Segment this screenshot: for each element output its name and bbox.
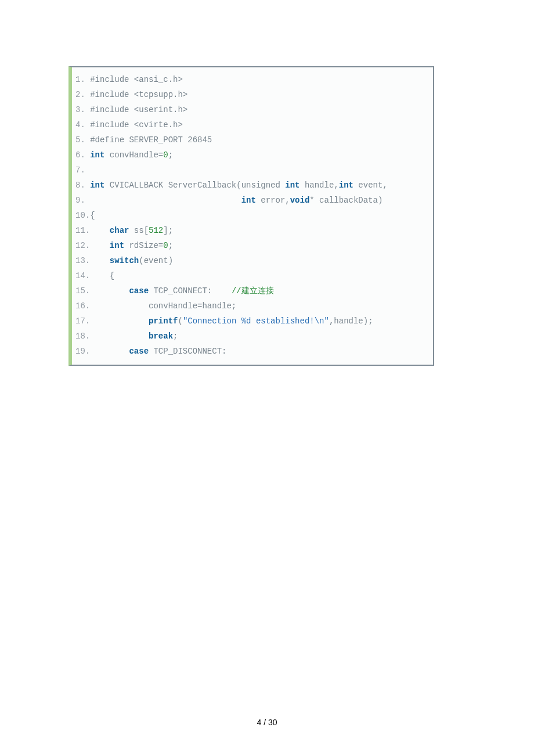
code-token: case bbox=[129, 286, 149, 296]
line-number: 14. bbox=[75, 271, 90, 280]
code-line: 4. #include <cvirte.h> bbox=[75, 117, 430, 132]
line-number: 9. bbox=[75, 196, 85, 205]
code-token: int bbox=[339, 181, 353, 190]
code-line: 8. int CVICALLBACK ServerCallback(unsign… bbox=[75, 178, 430, 193]
code-token: convHandle=handle; bbox=[90, 301, 236, 311]
code-token: void bbox=[290, 196, 310, 205]
code-token: { bbox=[90, 271, 114, 280]
line-number: 15. bbox=[75, 286, 90, 296]
code-token: #include <cvirte.h> bbox=[90, 120, 183, 129]
code-token: { bbox=[90, 211, 95, 220]
page-number: 4 / 30 bbox=[257, 718, 277, 727]
line-number: 7. bbox=[75, 165, 85, 175]
code-token: #include <tcpsupp.h> bbox=[90, 90, 187, 99]
page-footer: 4 / 30 bbox=[0, 718, 534, 727]
code-token: ss[ bbox=[129, 226, 149, 235]
code-line: 13. switch(event) bbox=[75, 253, 430, 268]
code-token: TCP_DISCONNECT: bbox=[149, 347, 226, 356]
code-token bbox=[90, 332, 149, 341]
line-number: 12. bbox=[75, 241, 90, 250]
code-token bbox=[90, 347, 129, 356]
line-number: 10. bbox=[75, 211, 90, 220]
code-token: (event) bbox=[139, 256, 173, 265]
code-token: "Connection %d established!\n" bbox=[183, 316, 329, 326]
code-token: int bbox=[90, 150, 104, 160]
code-token: CVICALLBACK ServerCallback(unsigned bbox=[104, 181, 285, 190]
line-number: 6. bbox=[75, 150, 85, 160]
code-token: ( bbox=[178, 316, 182, 326]
code-line: 19. case TCP_DISCONNECT: bbox=[75, 344, 430, 359]
code-token: int bbox=[110, 241, 124, 250]
code-line: 3. #include <userint.h> bbox=[75, 102, 430, 117]
code-token: * callbackData) bbox=[309, 196, 383, 205]
code-token: ; bbox=[168, 241, 173, 250]
code-token bbox=[85, 105, 90, 114]
line-number: 1. bbox=[75, 75, 85, 84]
code-token bbox=[85, 75, 90, 84]
code-token bbox=[90, 316, 149, 326]
code-token bbox=[85, 196, 241, 205]
code-token bbox=[85, 120, 90, 129]
line-number: 13. bbox=[75, 256, 90, 265]
page: 1. #include <ansi_c.h>2. #include <tcpsu… bbox=[0, 0, 534, 756]
code-line: 12. int rdSize=0; bbox=[75, 238, 430, 253]
code-token: rdSize= bbox=[124, 241, 163, 250]
code-token: //建立连接 bbox=[232, 286, 274, 296]
code-line: 16. convHandle=handle; bbox=[75, 298, 430, 314]
code-token: handle, bbox=[300, 181, 339, 190]
line-number: 18. bbox=[75, 332, 90, 341]
code-token: 0 bbox=[163, 150, 168, 160]
code-token: 512 bbox=[149, 226, 163, 235]
line-number: 11. bbox=[75, 226, 90, 235]
code-token: #include <userint.h> bbox=[90, 105, 187, 114]
code-token bbox=[90, 286, 129, 296]
code-token: error, bbox=[256, 196, 290, 205]
code-token bbox=[90, 226, 110, 235]
code-token: ; bbox=[173, 332, 178, 341]
code-token: int bbox=[241, 196, 256, 205]
code-token bbox=[85, 150, 90, 160]
code-token: ]; bbox=[163, 226, 173, 235]
code-token: #include <ansi_c.h> bbox=[90, 75, 183, 84]
code-block: 1. #include <ansi_c.h>2. #include <tcpsu… bbox=[68, 66, 434, 366]
code-token: ,handle); bbox=[329, 316, 373, 326]
code-line: 10.{ bbox=[75, 208, 430, 223]
line-number: 17. bbox=[75, 316, 90, 326]
code-line: 17. printf("Connection %d established!\n… bbox=[75, 314, 430, 329]
code-line: 7. bbox=[75, 163, 430, 178]
code-token: switch bbox=[110, 256, 139, 265]
code-token bbox=[85, 90, 90, 99]
code-token: char bbox=[110, 226, 129, 235]
code-line: 5. #define SERVER_PORT 26845 bbox=[75, 132, 430, 147]
code-token: #define SERVER_PORT 26845 bbox=[90, 135, 212, 145]
line-number: 5. bbox=[75, 135, 85, 145]
code-line: 14. { bbox=[75, 268, 430, 283]
code-line: 11. char ss[512]; bbox=[75, 223, 430, 238]
code-token: event, bbox=[353, 181, 388, 190]
line-number: 2. bbox=[75, 90, 85, 99]
line-number: 4. bbox=[75, 120, 85, 129]
line-number: 3. bbox=[75, 105, 85, 114]
code-token: printf bbox=[149, 316, 178, 326]
code-token bbox=[85, 181, 90, 190]
code-line: 15. case TCP_CONNECT: //建立连接 bbox=[75, 283, 430, 298]
code-token: convHandle= bbox=[104, 150, 163, 160]
line-number: 16. bbox=[75, 301, 90, 311]
code-token: int bbox=[285, 181, 300, 190]
code-line: 6. int convHandle=0; bbox=[75, 147, 430, 163]
code-token: ; bbox=[168, 150, 173, 160]
code-line: 9. int error,void* callbackData) bbox=[75, 193, 430, 208]
code-line: 1. #include <ansi_c.h> bbox=[75, 72, 430, 87]
code-token bbox=[90, 241, 110, 250]
code-token: 0 bbox=[163, 241, 168, 250]
line-number: 8. bbox=[75, 181, 85, 190]
code-token: break bbox=[149, 332, 173, 341]
line-number: 19. bbox=[75, 347, 90, 356]
code-line: 2. #include <tcpsupp.h> bbox=[75, 87, 430, 102]
code-token: case bbox=[129, 347, 149, 356]
code-token bbox=[85, 135, 90, 145]
code-token: TCP_CONNECT: bbox=[149, 286, 232, 296]
code-token: int bbox=[90, 181, 104, 190]
code-line: 18. break; bbox=[75, 329, 430, 344]
code-token bbox=[90, 256, 110, 265]
